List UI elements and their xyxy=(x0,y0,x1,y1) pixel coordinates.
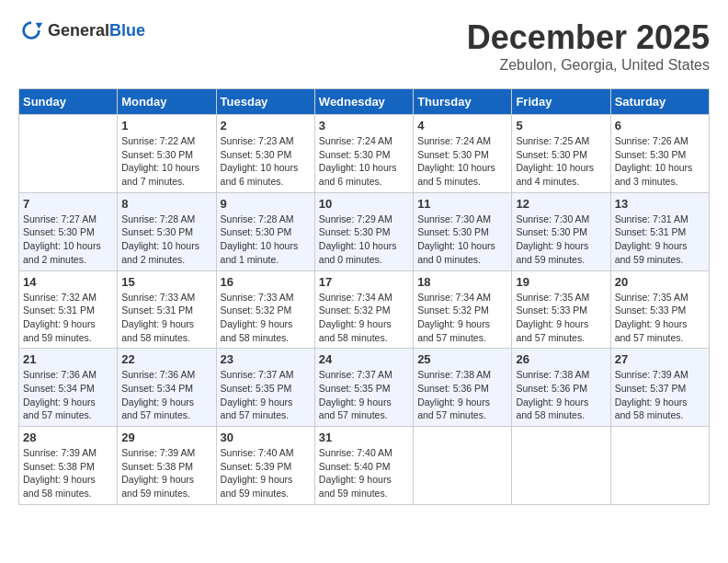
calendar-cell-empty xyxy=(610,427,709,505)
calendar-cell-empty xyxy=(19,115,118,193)
title-block: December 2025 Zebulon, Georgia, United S… xyxy=(467,18,710,74)
day-number: 22 xyxy=(121,352,211,366)
calendar-cell-day-8: 8Sunrise: 7:28 AM Sunset: 5:30 PM Daylig… xyxy=(118,192,216,270)
calendar-week-row: 7Sunrise: 7:27 AM Sunset: 5:30 PM Daylig… xyxy=(19,192,710,270)
day-number: 29 xyxy=(121,431,211,444)
calendar-week-row: 28Sunrise: 7:39 AM Sunset: 5:38 PM Dayli… xyxy=(19,427,710,505)
calendar-table: SundayMondayTuesdayWednesdayThursdayFrid… xyxy=(18,88,710,505)
day-number: 7 xyxy=(23,197,113,211)
calendar-cell-day-2: 2Sunrise: 7:23 AM Sunset: 5:30 PM Daylig… xyxy=(216,115,314,193)
cell-info: Sunrise: 7:34 AM Sunset: 5:32 PM Dayligh… xyxy=(417,291,507,345)
calendar-cell-day-5: 5Sunrise: 7:25 AM Sunset: 5:30 PM Daylig… xyxy=(512,115,610,193)
calendar-cell-day-25: 25Sunrise: 7:38 AM Sunset: 5:36 PM Dayli… xyxy=(414,349,512,427)
day-number: 23 xyxy=(221,352,311,366)
cell-info: Sunrise: 7:26 AM Sunset: 5:30 PM Dayligh… xyxy=(615,134,705,189)
cell-info: Sunrise: 7:25 AM Sunset: 5:30 PM Dayligh… xyxy=(516,134,606,189)
day-number: 30 xyxy=(221,431,311,444)
calendar-cell-day-9: 9Sunrise: 7:28 AM Sunset: 5:30 PM Daylig… xyxy=(216,192,314,270)
calendar-week-row: 14Sunrise: 7:32 AM Sunset: 5:31 PM Dayli… xyxy=(19,270,710,349)
calendar-cell-day-1: 1Sunrise: 7:22 AM Sunset: 5:30 PM Daylig… xyxy=(118,115,216,193)
cell-info: Sunrise: 7:33 AM Sunset: 5:32 PM Dayligh… xyxy=(221,291,311,345)
weekday-header-saturday: Saturday xyxy=(610,89,709,115)
calendar-cell-day-16: 16Sunrise: 7:33 AM Sunset: 5:32 PM Dayli… xyxy=(216,270,314,349)
cell-info: Sunrise: 7:28 AM Sunset: 5:30 PM Dayligh… xyxy=(121,213,211,267)
logo-general-text: General xyxy=(48,21,109,40)
cell-info: Sunrise: 7:32 AM Sunset: 5:31 PM Dayligh… xyxy=(23,291,113,345)
logo: GeneralBlue xyxy=(18,18,145,44)
day-number: 26 xyxy=(516,352,606,366)
day-number: 18 xyxy=(417,275,507,289)
day-number: 3 xyxy=(319,119,409,132)
cell-info: Sunrise: 7:38 AM Sunset: 5:36 PM Dayligh… xyxy=(516,368,606,422)
calendar-cell-day-20: 20Sunrise: 7:35 AM Sunset: 5:33 PM Dayli… xyxy=(610,270,709,349)
calendar-cell-day-23: 23Sunrise: 7:37 AM Sunset: 5:35 PM Dayli… xyxy=(216,349,314,427)
cell-info: Sunrise: 7:39 AM Sunset: 5:38 PM Dayligh… xyxy=(23,446,113,500)
day-number: 10 xyxy=(319,197,409,211)
day-number: 17 xyxy=(319,275,409,289)
calendar-cell-day-12: 12Sunrise: 7:30 AM Sunset: 5:30 PM Dayli… xyxy=(512,192,610,270)
cell-info: Sunrise: 7:30 AM Sunset: 5:30 PM Dayligh… xyxy=(417,213,507,267)
calendar-cell-day-30: 30Sunrise: 7:40 AM Sunset: 5:39 PM Dayli… xyxy=(216,427,314,505)
cell-info: Sunrise: 7:36 AM Sunset: 5:34 PM Dayligh… xyxy=(121,368,211,422)
calendar-cell-day-15: 15Sunrise: 7:33 AM Sunset: 5:31 PM Dayli… xyxy=(118,270,216,349)
cell-info: Sunrise: 7:28 AM Sunset: 5:30 PM Dayligh… xyxy=(221,213,311,267)
location-title: Zebulon, Georgia, United States xyxy=(467,57,710,74)
header: GeneralBlue December 2025 Zebulon, Georg… xyxy=(18,18,710,74)
cell-info: Sunrise: 7:37 AM Sunset: 5:35 PM Dayligh… xyxy=(221,368,311,422)
day-number: 8 xyxy=(121,197,211,211)
calendar-cell-day-22: 22Sunrise: 7:36 AM Sunset: 5:34 PM Dayli… xyxy=(118,349,216,427)
calendar-cell-day-18: 18Sunrise: 7:34 AM Sunset: 5:32 PM Dayli… xyxy=(414,270,512,349)
cell-info: Sunrise: 7:40 AM Sunset: 5:40 PM Dayligh… xyxy=(319,446,409,500)
cell-info: Sunrise: 7:23 AM Sunset: 5:30 PM Dayligh… xyxy=(221,134,311,189)
day-number: 13 xyxy=(615,197,705,211)
day-number: 2 xyxy=(221,119,311,132)
calendar-cell-day-17: 17Sunrise: 7:34 AM Sunset: 5:32 PM Dayli… xyxy=(314,270,413,349)
day-number: 1 xyxy=(121,119,211,132)
calendar-week-row: 1Sunrise: 7:22 AM Sunset: 5:30 PM Daylig… xyxy=(19,115,710,193)
cell-info: Sunrise: 7:34 AM Sunset: 5:32 PM Dayligh… xyxy=(319,291,409,345)
calendar-cell-day-13: 13Sunrise: 7:31 AM Sunset: 5:31 PM Dayli… xyxy=(610,192,709,270)
cell-info: Sunrise: 7:37 AM Sunset: 5:35 PM Dayligh… xyxy=(319,368,409,422)
calendar-cell-day-28: 28Sunrise: 7:39 AM Sunset: 5:38 PM Dayli… xyxy=(19,427,118,505)
weekday-header-monday: Monday xyxy=(118,89,216,115)
calendar-cell-day-14: 14Sunrise: 7:32 AM Sunset: 5:31 PM Dayli… xyxy=(19,270,118,349)
weekday-header-tuesday: Tuesday xyxy=(216,89,314,115)
day-number: 5 xyxy=(516,119,606,132)
calendar-cell-day-4: 4Sunrise: 7:24 AM Sunset: 5:30 PM Daylig… xyxy=(414,115,512,193)
calendar-cell-day-26: 26Sunrise: 7:38 AM Sunset: 5:36 PM Dayli… xyxy=(512,349,610,427)
day-number: 31 xyxy=(319,431,409,444)
logo-icon xyxy=(18,18,44,44)
cell-info: Sunrise: 7:22 AM Sunset: 5:30 PM Dayligh… xyxy=(121,134,211,189)
calendar-cell-empty xyxy=(414,427,512,505)
logo-text: GeneralBlue xyxy=(48,22,145,40)
day-number: 6 xyxy=(615,119,705,132)
calendar-header-row: SundayMondayTuesdayWednesdayThursdayFrid… xyxy=(19,89,710,115)
calendar-cell-day-6: 6Sunrise: 7:26 AM Sunset: 5:30 PM Daylig… xyxy=(610,115,709,193)
cell-info: Sunrise: 7:35 AM Sunset: 5:33 PM Dayligh… xyxy=(516,291,606,345)
cell-info: Sunrise: 7:29 AM Sunset: 5:30 PM Dayligh… xyxy=(319,213,409,267)
day-number: 25 xyxy=(417,352,507,366)
cell-info: Sunrise: 7:40 AM Sunset: 5:39 PM Dayligh… xyxy=(221,446,311,500)
cell-info: Sunrise: 7:36 AM Sunset: 5:34 PM Dayligh… xyxy=(23,368,113,422)
day-number: 12 xyxy=(516,197,606,211)
calendar-cell-day-11: 11Sunrise: 7:30 AM Sunset: 5:30 PM Dayli… xyxy=(414,192,512,270)
cell-info: Sunrise: 7:31 AM Sunset: 5:31 PM Dayligh… xyxy=(615,213,705,267)
calendar-cell-day-10: 10Sunrise: 7:29 AM Sunset: 5:30 PM Dayli… xyxy=(314,192,413,270)
day-number: 15 xyxy=(121,275,211,289)
day-number: 21 xyxy=(23,352,113,366)
calendar-cell-day-21: 21Sunrise: 7:36 AM Sunset: 5:34 PM Dayli… xyxy=(19,349,118,427)
calendar-cell-day-27: 27Sunrise: 7:39 AM Sunset: 5:37 PM Dayli… xyxy=(610,349,709,427)
month-title: December 2025 xyxy=(467,18,710,57)
day-number: 11 xyxy=(417,197,507,211)
cell-info: Sunrise: 7:24 AM Sunset: 5:30 PM Dayligh… xyxy=(417,134,507,189)
logo-blue-text: Blue xyxy=(109,21,145,40)
day-number: 4 xyxy=(417,119,507,132)
calendar-cell-empty xyxy=(512,427,610,505)
cell-info: Sunrise: 7:35 AM Sunset: 5:33 PM Dayligh… xyxy=(615,291,705,345)
weekday-header-sunday: Sunday xyxy=(19,89,118,115)
cell-info: Sunrise: 7:33 AM Sunset: 5:31 PM Dayligh… xyxy=(121,291,211,345)
day-number: 27 xyxy=(615,352,705,366)
weekday-header-wednesday: Wednesday xyxy=(314,89,413,115)
day-number: 16 xyxy=(221,275,311,289)
day-number: 28 xyxy=(23,431,113,444)
